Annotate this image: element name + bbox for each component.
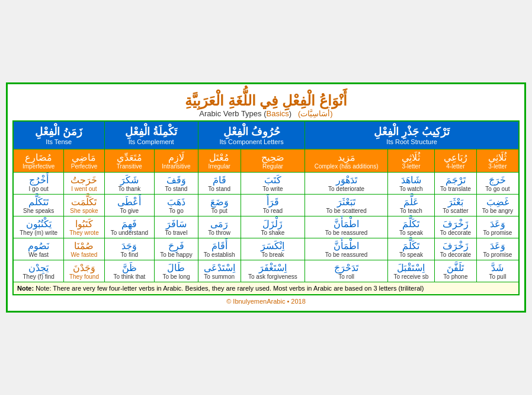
cell-r3c5: رَمَىTo throw (198, 216, 241, 238)
cell-r5c3: ظَنَّTo think that (104, 260, 155, 282)
cell-r2c2: تَكَلَّمَتShe spoke (64, 195, 104, 216)
cell-r4c9: زَخْرَفَTo decorate (435, 238, 477, 260)
subheader-3letter-english: 3-letter (478, 163, 517, 170)
cell-r1c6: كَتَبَTo write (241, 173, 305, 195)
header-tense: زَمَنُ الْفِعْلِ Its Tense (13, 121, 104, 149)
cell-r5c8: اِسْتَقْبَلَTo receive sb (387, 260, 434, 282)
cell-r2c4: ذَهَبَTo go (155, 195, 198, 216)
cell-r4c8: تَكَلَّمَTo speak (387, 238, 434, 260)
cell-r2c9: بَعْثَرَTo scatter (435, 195, 477, 216)
cell-r3c9: زَخْرَفَTo decorate (435, 216, 477, 238)
subheader-complex-arabic: مَزِيد (306, 152, 386, 163)
header-complement-arabic: تَكْمِلَةُ الْفِعْلِ (107, 125, 196, 138)
subheader-regular-arabic: صَحِيح (242, 152, 304, 163)
header-tense-english: Its Tense (16, 138, 102, 145)
subheader-transitive-english: Transitive (106, 163, 153, 170)
note-cell: Note: Note: There are very few four-lett… (13, 282, 519, 295)
cell-r3c3: فَهِمَTo understand (104, 216, 155, 238)
subheader-intransitive-english: Intransitive (156, 163, 197, 170)
copyright: © IbnulyemenArabic • 2018 (12, 295, 520, 306)
main-table: زَمَنُ الْفِعْلِ Its Tense تَكْمِلَةُ ال… (12, 120, 520, 295)
header-tense-arabic: زَمَنُ الْفِعْلِ (16, 125, 102, 138)
subheader-irregular-english: Irregular (200, 163, 239, 170)
subheader-imperfective: مُضَارِع Imperfective (13, 149, 64, 173)
cell-r1c4: وَقَفَTo stand (155, 173, 198, 195)
cell-r5c6: اِسْتَغْفَرَTo ask forgiveness (241, 260, 305, 282)
cell-r5c5: اِسْتَدْعَىTo summon (198, 260, 241, 282)
title-arabic-basics: (أَسَاسِيَّات) (298, 109, 333, 118)
subheader-4letter: رُبَاعِي 4-letter (435, 149, 477, 173)
subheader-complex-english: Complex (has additions) (306, 163, 386, 170)
copyright-text: © IbnulyemenArabic • 2018 (226, 298, 306, 305)
header-letters-arabic: حُرُوفُ الْفِعْلِ (201, 125, 302, 138)
subheader-imperfective-arabic: مُضَارِع (15, 152, 62, 163)
cell-r4c3: وَجَدَTo find (104, 238, 155, 260)
cell-r1c3: شَكَرَTo thank (104, 173, 155, 195)
subheader-3letter-arabic: ثُلَاثِي (478, 152, 517, 163)
cell-r4c1: نَصُومWe fast (13, 238, 64, 260)
subheader-transitive: مُتَعَدِّي Transitive (104, 149, 155, 173)
cell-r5c9: تَلَفَّنَTo phone (435, 260, 477, 282)
cell-r4c2: صُمْنَاWe fasted (64, 238, 104, 260)
cell-r3c10: وَعَدَTo promise (476, 216, 519, 238)
subheader-perfective-english: Perfective (65, 163, 102, 170)
header-row-1: زَمَنُ الْفِعْلِ Its Tense تَكْمِلَةُ ال… (13, 121, 519, 149)
cell-r1c7: تَدَهْوَرTo deteriorate (305, 173, 388, 195)
main-container: أَنْوَاعُ الْفِعْلِ فِي اللُّغَةِ الْعَر… (6, 82, 526, 313)
cell-r5c4: طَالَTo be long (155, 260, 198, 282)
cell-r2c10: غَضِبَTo be angry (476, 195, 519, 216)
cell-r3c4: سَافَرَTo travel (155, 216, 198, 238)
cell-r1c9: تَرْجَمَTo translate (435, 173, 477, 195)
subheader-3letter: ثُلَاثِي 3-letter (476, 149, 519, 173)
cell-r5c2: وَجَدْنَThey found (64, 260, 104, 282)
note-text: Note: There are very few four-letter ver… (36, 285, 424, 292)
header-root-arabic: تَرْكِيبُ جَذْرِ الْفِعْلِ (307, 125, 516, 138)
header-row-2: مُضَارِع Imperfective مَاضِي Perfective … (13, 149, 519, 173)
cell-r3c2: كَتَبُواThey wrote (64, 216, 104, 238)
cell-r4c6: اِنْكَسَرَTo break (241, 238, 305, 260)
table-row: تَتَكَلَّمShe speaks تَكَلَّمَتShe spoke… (13, 195, 519, 216)
cell-r1c5: قَامَTo stand (198, 173, 241, 195)
header-complement-english: Its Complement (107, 138, 196, 145)
subheader-3letter-tri: ثُلَاثِي 3-letter (387, 149, 434, 173)
subheader-4letter-english: 4-letter (436, 163, 475, 170)
table-row: يَجِدْنThey (f) find وَجَدْنَThey found … (13, 260, 519, 282)
table-row: يَكْتُبُونThey (m) write كَتَبُواThey wr… (13, 216, 519, 238)
subheader-perfective: مَاضِي Perfective (64, 149, 104, 173)
header-letters: حُرُوفُ الْفِعْلِ Its Component Letters (198, 121, 305, 149)
subheader-transitive-arabic: مُتَعَدِّي (106, 152, 153, 163)
cell-r3c7: اطْمَأَنَّTo be reassured (305, 216, 388, 238)
cell-r2c7: تَبَعْثَرَTo be scattered (305, 195, 388, 216)
subheader-regular-english: Regular (242, 163, 304, 170)
page-title: أَنْوَاعُ الْفِعْلِ فِي اللُّغَةِ الْعَر… (12, 89, 520, 120)
header-root: تَرْكِيبُ جَذْرِ الْفِعْلِ Its Root Stru… (305, 121, 519, 149)
cell-r3c6: زَلْزَلَTo shake (241, 216, 305, 238)
subheader-imperfective-english: Imperfective (15, 163, 62, 170)
note-row: Note: Note: There are very few four-lett… (13, 282, 519, 295)
title-basics: Basics (267, 109, 289, 118)
subheader-4letter-arabic: رُبَاعِي (436, 152, 475, 163)
subheader-intransitive: لَازِم Intransitive (155, 149, 198, 173)
subheader-intransitive-arabic: لَازِم (156, 152, 197, 163)
header-letters-english: Its Component Letters (201, 138, 302, 145)
subheader-complex: مَزِيد Complex (has additions) (305, 149, 388, 173)
cell-r3c8: تَكَلَّمَTo speak (387, 216, 434, 238)
table-row: أَخْرُجI go out خَرَجتُI went out شَكَرَ… (13, 173, 519, 195)
arabic-main-title: أَنْوَاعُ الْفِعْلِ فِي اللُّغَةِ الْعَر… (185, 93, 347, 109)
table-row: نَصُومWe fast صُمْنَاWe fasted وَجَدَTo … (13, 238, 519, 260)
cell-r2c5: وَضَعَTo put (198, 195, 241, 216)
cell-r2c6: قَرَأَTo read (241, 195, 305, 216)
cell-r5c10: شَدَّTo pull (476, 260, 519, 282)
header-complement: تَكْمِلَةُ الْفِعْلِ Its Complement (104, 121, 198, 149)
cell-r1c1: أَخْرُجI go out (13, 173, 64, 195)
subheader-irregular: مُعْتَل Irregular (198, 149, 241, 173)
cell-r2c1: تَتَكَلَّمShe speaks (13, 195, 64, 216)
subheader-irregular-arabic: مُعْتَل (200, 152, 239, 163)
cell-r5c1: يَجِدْنThey (f) find (13, 260, 64, 282)
cell-r2c3: أَعْطَىTo give (104, 195, 155, 216)
subheader-regular: صَحِيح Regular (241, 149, 305, 173)
header-root-english: Its Root Structure (307, 138, 516, 145)
cell-r1c2: خَرَجتُI went out (64, 173, 104, 195)
cell-r2c8: عَلَّمَTo teach (387, 195, 434, 216)
cell-r4c7: اطْمَأَنَّTo be reassured (305, 238, 388, 260)
